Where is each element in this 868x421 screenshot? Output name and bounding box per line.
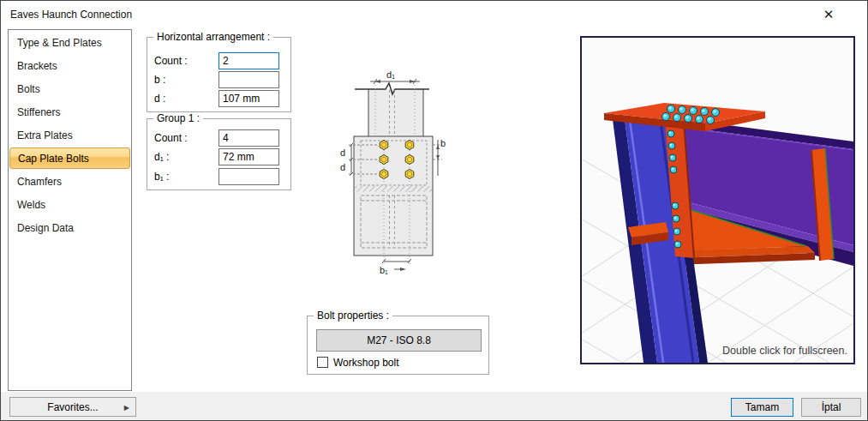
sidebar-item-bolts[interactable]: Bolts	[9, 77, 131, 100]
sidebar-item-brackets[interactable]: Brackets	[9, 54, 131, 77]
ha-d-label: d :	[154, 90, 165, 107]
favorites-arrow-icon: ▶	[124, 403, 129, 411]
horizontal-arrangement-title: Horizontal arrangement :	[153, 31, 273, 43]
preview-3d-view[interactable]: Double click for fullscreen.	[580, 36, 855, 364]
dimension-d1: d₁	[370, 71, 420, 84]
close-icon[interactable]: ✕	[815, 3, 842, 26]
sidebar-item-extra-plates[interactable]: Extra Plates	[9, 123, 131, 147]
ha-count-label: Count :	[154, 52, 188, 69]
g1-d1-label: d₁ :	[154, 148, 169, 165]
footer: Favorites... ▶ Tamam İptal	[1, 392, 868, 421]
ha-count-input[interactable]	[218, 52, 279, 69]
dim-label-b: b	[440, 138, 446, 148]
dim-label-d-bottom: d	[340, 162, 345, 172]
ha-d-input[interactable]	[218, 90, 279, 107]
g1-count-label: Count :	[154, 129, 188, 147]
fullscreen-hint: Double click for fullscreen.	[722, 345, 847, 357]
sidebar-item-type-end-plates[interactable]: Type & End Plates	[9, 31, 131, 54]
bolt-arrangement-diagram: d₁ d d b b₁	[338, 71, 446, 279]
group1-title: Group 1 :	[153, 112, 203, 124]
sidebar-item-welds[interactable]: Welds	[9, 193, 131, 216]
cancel-button[interactable]: İptal	[801, 398, 861, 417]
sidebar-item-chamfers[interactable]: Chamfers	[9, 170, 131, 193]
bolt-properties-title: Bolt properties :	[314, 310, 392, 322]
sidebar-item-stiffeners[interactable]: Stiffeners	[9, 100, 131, 123]
g1-d1-input[interactable]	[218, 148, 279, 165]
preview-3d-render	[582, 38, 853, 363]
sidebar-item-cap-plate-bolts[interactable]: Cap Plate Bolts	[9, 147, 130, 169]
g1-count-input[interactable]	[218, 129, 279, 147]
horizontal-arrangement-group: Horizontal arrangement : Count : b : d :	[147, 37, 291, 112]
dimension-b1-bottom: b₁	[380, 259, 411, 275]
ok-button[interactable]: Tamam	[731, 398, 793, 417]
workshop-bolt-label: Workshop bolt	[333, 357, 398, 369]
g1-b1-input[interactable]	[218, 168, 279, 185]
column-section	[354, 83, 433, 256]
g1-b1-label: b₁ :	[154, 168, 169, 185]
bolt-size-button[interactable]: M27 - ISO 8.8	[316, 329, 482, 352]
plate-hatch-edge	[355, 186, 433, 192]
sidebar: Type & End Plates Brackets Bolts Stiffen…	[8, 29, 132, 391]
dim-label-d-top: d	[340, 147, 345, 158]
group1-group: Group 1 : Count : d₁ : b₁ :	[147, 118, 291, 190]
bolt-properties-group: Bolt properties : M27 - ISO 8.8 Workshop…	[307, 316, 489, 375]
ha-b-input[interactable]	[218, 71, 279, 88]
workshop-bolt-checkbox[interactable]	[317, 357, 328, 368]
window-title: Eaves Haunch Connection	[10, 9, 132, 21]
favorites-label: Favorites...	[47, 401, 98, 413]
favorites-button[interactable]: Favorites... ▶	[9, 397, 136, 417]
dim-label-d1: d₁	[386, 71, 395, 80]
dim-label-b1: b₁	[380, 265, 388, 275]
ha-b-label: b :	[154, 71, 165, 88]
dimension-b-right: b	[433, 138, 446, 176]
sidebar-item-design-data[interactable]: Design Data	[9, 216, 131, 239]
titlebar: Eaves Haunch Connection ✕	[1, 1, 867, 28]
eaves-haunch-connection-dialog: Eaves Haunch Connection ✕ Type & End Pla…	[0, 0, 868, 421]
